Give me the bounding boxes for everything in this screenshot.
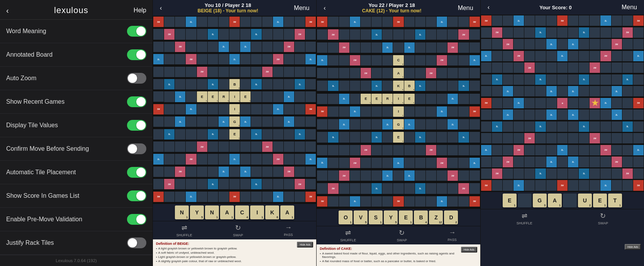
game1-swap[interactable]: ↻ SWAP: [233, 224, 243, 237]
board-cell: 2W: [339, 42, 349, 53]
game2-shuffle[interactable]: ⇌ SHUFFLE: [340, 229, 356, 242]
board-tile: C4: [393, 55, 403, 66]
game3-shuffle[interactable]: ⇌ SHUFFLE: [517, 212, 532, 225]
help-button[interactable]: Help: [134, 7, 146, 14]
board-cell: [382, 17, 393, 27]
board-cell: [579, 157, 589, 167]
toggle-show-recent-games[interactable]: [127, 96, 146, 107]
board-tile: B4: [229, 79, 240, 89]
board-cell: [339, 17, 349, 27]
board-cell: [481, 157, 491, 167]
board-cell: [317, 170, 327, 181]
game2-back-icon[interactable]: ‹: [321, 3, 328, 13]
board-cell: [251, 167, 261, 177]
board-cell: 2W: [361, 145, 371, 155]
board-cell: 3L: [251, 79, 261, 89]
board-cell: [633, 86, 644, 96]
board-cell: 2L: [229, 154, 240, 164]
rack-tile[interactable]: A1: [220, 205, 234, 219]
board-cell: [175, 104, 185, 114]
board-cell: [568, 15, 578, 26]
board-cell: [153, 141, 164, 152]
rack-tile[interactable]: Z12: [429, 210, 443, 224]
rack-tile[interactable]: E1: [399, 210, 413, 224]
game2-swap[interactable]: ↻ SWAP: [397, 229, 407, 242]
game3-swap[interactable]: ↻ SWAP: [598, 212, 608, 225]
board-cell: [568, 98, 578, 108]
toggle-auto-tile[interactable]: [127, 167, 146, 178]
rack-tile[interactable]: Y5: [384, 210, 398, 224]
rack-tile[interactable]: E1: [503, 194, 517, 207]
rack-tile[interactable]: V5: [354, 210, 368, 224]
board-cell: [219, 29, 229, 39]
rack-tile[interactable]: N1: [205, 205, 219, 219]
game2-hide-ads[interactable]: Hide Ads: [461, 247, 477, 253]
board-cell: [437, 183, 447, 194]
rack-tile[interactable]: G3: [533, 194, 547, 207]
toggle-show-score[interactable]: [127, 190, 146, 201]
board-cell: 2L: [633, 145, 644, 155]
board-cell: [317, 68, 327, 78]
toggle-auto-zoom[interactable]: [127, 73, 146, 84]
game3-menu[interactable]: Menu: [619, 2, 639, 12]
rack-tile[interactable]: E1: [593, 194, 607, 207]
board-cell: [437, 170, 447, 181]
rack-tile[interactable]: U2: [578, 194, 592, 207]
board-cell: 3L: [251, 179, 261, 189]
rack-tile[interactable]: A1: [548, 194, 562, 207]
rack-tile[interactable]: S1: [369, 210, 383, 224]
board-cell: [469, 170, 480, 181]
toggle-confirm-move[interactable]: [127, 143, 146, 154]
toggle-display-tile-values[interactable]: [127, 120, 146, 131]
game-header-2: ‹ You 22 / Player 2 18 CAKE (12) - Your …: [317, 0, 480, 16]
rack-tile[interactable]: Y5: [190, 205, 204, 219]
board-cell: [186, 42, 196, 52]
toggle-pre-move-val[interactable]: [127, 214, 146, 225]
toggle-word-meaning[interactable]: [127, 26, 146, 37]
board-cell: [371, 145, 382, 155]
rack-tile[interactable]: I1: [250, 205, 264, 219]
board-cell: [426, 94, 436, 104]
rack-tile[interactable]: N1: [175, 205, 189, 219]
toggle-annotated-board[interactable]: [127, 49, 146, 60]
board-cell: [219, 104, 229, 114]
board-cell: [197, 79, 207, 89]
rack-tile[interactable]: A1: [280, 205, 294, 219]
setting-label-show-score: Show Score In Games List: [6, 192, 79, 199]
board-cell: 2W: [514, 145, 524, 155]
game1-shuffle[interactable]: ⇌ SHUFFLE: [176, 224, 192, 237]
board-cell: 2L: [350, 17, 360, 27]
toggle-justify-rack[interactable]: [127, 237, 146, 248]
game1-back-icon[interactable]: ‹: [158, 3, 164, 13]
board-cell: [415, 68, 425, 78]
board-cell: [546, 168, 557, 179]
rack-tile[interactable]: O1: [339, 210, 353, 224]
rack-tile[interactable]: B4: [414, 210, 428, 224]
board-cell: 2W: [503, 157, 513, 167]
game1-menu[interactable]: Menu: [291, 3, 312, 13]
board-cell: [186, 129, 196, 140]
game1-hide-ads[interactable]: Hide Ads: [297, 242, 313, 247]
board-cell: 2L: [514, 180, 524, 190]
rack-tile[interactable]: C4: [235, 205, 249, 219]
board-cell: [361, 29, 371, 40]
board-cell: [317, 29, 327, 40]
board-cell: [590, 157, 600, 167]
game2-menu[interactable]: Menu: [456, 3, 476, 13]
rack-tile[interactable]: D2: [444, 210, 458, 224]
board-cell: 2L: [437, 17, 447, 27]
board-cell: 2L: [240, 167, 251, 177]
game3-hide-ads[interactable]: Hide Ads: [625, 244, 641, 250]
board-cell: [546, 121, 557, 132]
rack-tile[interactable]: K6: [265, 205, 279, 219]
board-cell: [426, 29, 436, 40]
game3-back-icon[interactable]: ‹: [485, 2, 492, 12]
board-cell: [175, 179, 185, 189]
back-icon[interactable]: ‹: [6, 6, 9, 15]
board-cell: 2L: [557, 145, 568, 155]
game1-pass[interactable]: → PASS: [284, 224, 293, 237]
board-cell: [262, 154, 273, 164]
game2-pass[interactable]: → PASS: [448, 229, 457, 242]
rack-tile[interactable]: T1: [608, 194, 622, 207]
board-cell: [590, 27, 600, 38]
